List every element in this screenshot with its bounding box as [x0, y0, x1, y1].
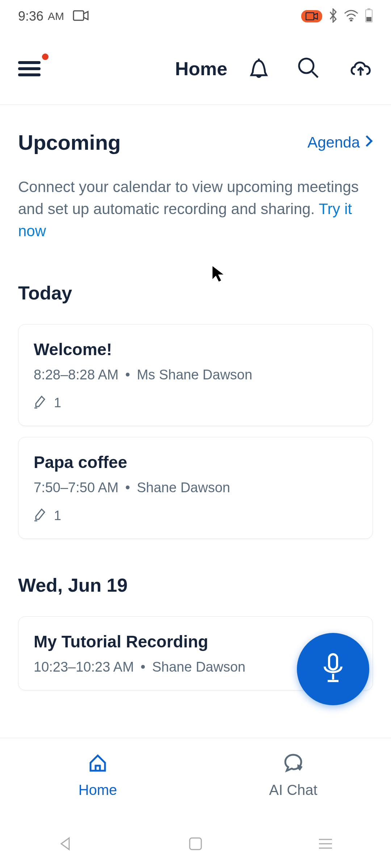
- svg-rect-1: [306, 13, 314, 20]
- tab-ai-chat[interactable]: AI Chat: [196, 753, 391, 817]
- upcoming-heading: Upcoming: [18, 130, 121, 154]
- highlight-icon: [34, 507, 48, 525]
- microphone-icon: [320, 652, 346, 686]
- main-content: Upcoming Agenda Connect your calendar to…: [0, 105, 391, 690]
- card-time: 10:23–10:23 AM: [34, 659, 134, 675]
- agenda-link[interactable]: Agenda: [307, 134, 373, 151]
- wifi-icon: [344, 10, 358, 23]
- chat-icon: [283, 753, 303, 776]
- card-time: 7:50–7:50 AM: [34, 480, 119, 495]
- connect-text-body: Connect your calendar to view upcoming m…: [18, 178, 359, 217]
- page-title: Home: [175, 58, 227, 80]
- card-meta: 7:50–7:50 AM • Shane Dawson: [34, 480, 357, 495]
- card-author: Shane Dawson: [137, 480, 230, 495]
- hamburger-icon: [18, 61, 47, 76]
- agenda-label: Agenda: [307, 134, 360, 151]
- app-header: Home: [0, 33, 391, 105]
- battery-icon: [365, 8, 373, 24]
- svg-rect-7: [329, 654, 337, 669]
- nav-home-icon[interactable]: [188, 837, 203, 852]
- recording-card[interactable]: Papa coffee 7:50–7:50 AM • Shane Dawson …: [18, 437, 373, 539]
- svg-rect-8: [190, 838, 201, 850]
- card-author: Shane Dawson: [152, 659, 245, 675]
- bluetooth-icon: [329, 8, 337, 24]
- cursor-icon: [210, 264, 227, 286]
- card-title: Papa coffee: [34, 452, 357, 472]
- nav-recent-icon[interactable]: [318, 837, 333, 852]
- section-heading-today: Today: [18, 282, 373, 304]
- bottom-tab-bar: Home AI Chat: [0, 738, 391, 817]
- svg-rect-4: [367, 8, 370, 10]
- card-author: Ms Shane Dawson: [137, 367, 252, 382]
- notification-dot: [42, 54, 49, 60]
- highlight-count: 1: [54, 508, 61, 523]
- system-nav-bar: [0, 821, 391, 868]
- highlight-count: 1: [54, 395, 61, 410]
- tab-home[interactable]: Home: [0, 753, 196, 817]
- card-time: 8:28–8:28 AM: [34, 367, 119, 382]
- bell-icon[interactable]: [249, 57, 269, 80]
- svg-point-2: [350, 20, 352, 21]
- search-icon[interactable]: [298, 57, 319, 80]
- svg-rect-5: [366, 17, 371, 21]
- status-ampm: AM: [48, 10, 64, 22]
- svg-point-6: [299, 59, 314, 73]
- connect-calendar-text: Connect your calendar to view upcoming m…: [18, 176, 373, 242]
- status-time: 9:36: [18, 9, 43, 24]
- chevron-right-icon: [365, 134, 373, 151]
- menu-button[interactable]: [18, 58, 47, 80]
- card-meta: 8:28–8:28 AM • Ms Shane Dawson: [34, 367, 357, 383]
- tab-label: AI Chat: [269, 782, 317, 798]
- home-icon: [88, 753, 108, 776]
- cloud-upload-icon[interactable]: [348, 58, 373, 79]
- nav-back-icon[interactable]: [58, 836, 73, 853]
- record-fab[interactable]: [297, 633, 369, 705]
- camera-icon: [73, 10, 89, 22]
- status-bar: 9:36 AM: [0, 0, 391, 33]
- recording-card[interactable]: Welcome! 8:28–8:28 AM • Ms Shane Dawson …: [18, 324, 373, 426]
- tab-label: Home: [79, 782, 117, 798]
- highlight-icon: [34, 394, 48, 412]
- screen-record-icon: [301, 10, 322, 22]
- card-title: Welcome!: [34, 340, 357, 359]
- svg-rect-0: [73, 11, 84, 20]
- section-heading-date: Wed, Jun 19: [18, 574, 373, 596]
